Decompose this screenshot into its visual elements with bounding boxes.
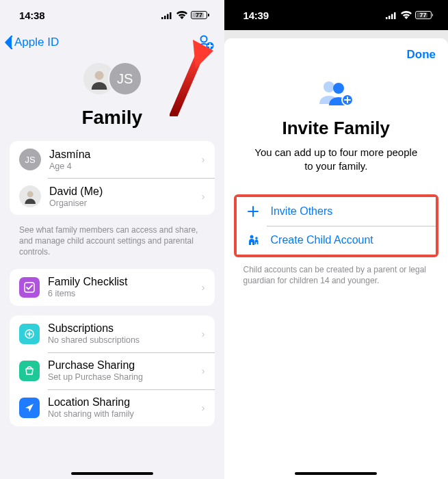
action-label: Invite Others: [271, 205, 333, 218]
create-child-account-button[interactable]: Create Child Account: [237, 226, 436, 255]
page-title: Family: [81, 107, 142, 129]
chevron-left-icon: [4, 36, 13, 49]
family-member-row[interactable]: David (Me) Organiser ›: [10, 178, 215, 215]
sheet-nav: Done: [224, 38, 449, 71]
invite-subtitle: You can add up to four more people to yo…: [252, 146, 421, 174]
wifi-icon: [401, 10, 412, 21]
row-title: Family Checklist: [48, 276, 194, 288]
invite-actions-highlighted: Invite Others Create Child Account: [234, 194, 439, 257]
invite-others-button[interactable]: Invite Others: [237, 197, 436, 226]
member-name: David (Me): [49, 185, 194, 198]
family-icon: [315, 78, 356, 107]
family-settings-screen: 14:38 77 Apple ID: [0, 0, 224, 479]
chevron-right-icon: ›: [202, 154, 205, 165]
chevron-right-icon: ›: [202, 191, 205, 202]
chevron-right-icon: ›: [202, 328, 205, 339]
svg-point-6: [324, 81, 334, 92]
plus-icon: [246, 206, 260, 217]
row-sub: Set up Purchase Sharing: [48, 372, 194, 382]
members-footer: See what family members can access and s…: [0, 224, 224, 269]
row-title: Purchase Sharing: [48, 359, 194, 372]
status-icons: 77: [161, 10, 209, 21]
location-sharing-row[interactable]: Location Sharing Not sharing with family…: [10, 389, 215, 426]
actions-footer: Child accounts can be created by a paren…: [224, 257, 449, 293]
invite-family-sheet: Done Invite Family You can add up to fou…: [224, 38, 449, 479]
home-indicator[interactable]: [295, 472, 377, 475]
family-header: JS Family: [0, 56, 224, 141]
family-member-row[interactable]: JS Jasmína Age 4 ›: [10, 141, 215, 178]
status-icons: 77: [386, 10, 434, 21]
chevron-right-icon: ›: [202, 282, 205, 293]
add-family-member-button[interactable]: [196, 33, 215, 52]
cellular-icon: [161, 10, 173, 21]
avatar-initials: JS: [19, 148, 41, 170]
checklist-icon: [19, 277, 40, 298]
family-members-group: JS Jasmína Age 4 › David (Me) Organiser …: [10, 141, 215, 215]
subscriptions-row[interactable]: Subscriptions No shared subscriptions ›: [10, 315, 215, 352]
svg-point-7: [333, 83, 344, 94]
action-label: Create Child Account: [271, 234, 373, 246]
family-checklist-group: Family Checklist 6 items ›: [10, 269, 215, 306]
invite-title: Invite Family: [282, 118, 391, 139]
svg-point-9: [250, 235, 253, 238]
member-detail: Organiser: [49, 198, 194, 208]
nav-bar: Apple ID: [0, 30, 224, 56]
done-button[interactable]: Done: [407, 48, 436, 62]
avatar-member: JS: [108, 62, 142, 96]
status-bar: 14:38 77: [0, 0, 224, 30]
svg-point-10: [255, 237, 258, 240]
cellular-icon: [386, 10, 397, 21]
svg-point-0: [200, 36, 207, 42]
purchase-sharing-row[interactable]: Purchase Sharing Set up Purchase Sharing…: [10, 352, 215, 389]
status-time: 14:39: [243, 10, 269, 21]
family-avatars: JS: [82, 62, 142, 97]
child-icon: [246, 234, 260, 246]
battery-icon: 77: [415, 11, 434, 19]
subscriptions-icon: [19, 324, 40, 344]
member-name: Jasmína: [49, 148, 194, 161]
row-sub: No shared subscriptions: [48, 335, 194, 345]
purchase-sharing-icon: [19, 361, 40, 381]
person-icon: [88, 68, 110, 90]
home-indicator[interactable]: [71, 472, 153, 475]
row-sub: 6 items: [48, 289, 194, 298]
wifi-icon: [176, 10, 187, 21]
chevron-right-icon: ›: [202, 402, 205, 413]
invite-family-sheet-screen: 14:39 77 Done: [224, 0, 449, 479]
member-detail: Age 4: [49, 161, 194, 171]
row-sub: Not sharing with family: [48, 409, 194, 419]
battery-icon: 77: [191, 11, 209, 19]
back-label: Apple ID: [14, 36, 59, 49]
family-settings-group: Subscriptions No shared subscriptions › …: [10, 315, 215, 426]
row-title: Subscriptions: [48, 322, 194, 335]
status-time: 14:38: [19, 10, 44, 21]
family-checklist-row[interactable]: Family Checklist 6 items ›: [10, 269, 215, 306]
person-icon: [23, 189, 38, 204]
chevron-right-icon: ›: [202, 365, 205, 376]
back-button[interactable]: Apple ID: [4, 36, 59, 49]
person-add-icon: [196, 33, 215, 52]
svg-point-2: [94, 71, 103, 80]
row-title: Location Sharing: [48, 396, 194, 409]
svg-point-3: [27, 191, 34, 197]
location-sharing-icon: [19, 398, 40, 418]
status-bar: 14:39 77: [224, 0, 449, 30]
invite-header: Invite Family You can add up to four mor…: [224, 71, 449, 194]
avatar-photo: [19, 185, 41, 207]
